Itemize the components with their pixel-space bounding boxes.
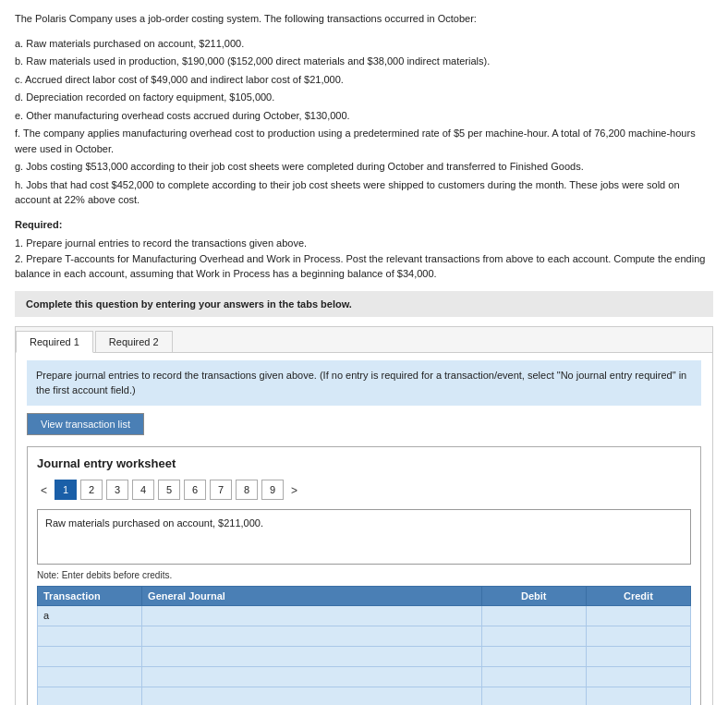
row3-transaction (38, 646, 142, 666)
table-row: a (38, 605, 691, 626)
row3-general-journal[interactable] (142, 646, 482, 666)
tabs-container: Required 1 Required 2 Prepare journal en… (15, 326, 713, 706)
chevron-left-icon: < (41, 484, 47, 497)
next-page-button[interactable]: > (287, 480, 301, 499)
required-section: Required: 1. Prepare journal entries to … (15, 217, 713, 282)
tab-required-1[interactable]: Required 1 (16, 331, 93, 353)
page-navigation: < 1 2 3 4 5 6 (37, 480, 691, 500)
transaction-c: c. Accrued direct labor cost of $49,000 … (15, 72, 713, 88)
view-transaction-button[interactable]: View transaction list (27, 413, 144, 435)
row1-transaction: a (38, 605, 142, 626)
row5-debit-input[interactable] (488, 691, 580, 702)
transaction-description: Raw materials purchased on account, $211… (37, 509, 691, 565)
table-row (38, 666, 691, 687)
row2-general-journal[interactable] (142, 626, 482, 646)
col-credit: Credit (586, 586, 690, 605)
row4-debit[interactable] (481, 666, 586, 687)
table-row (38, 626, 691, 646)
row3-credit-input[interactable] (592, 650, 685, 662)
intro-text: The Polaris Company uses a job-order cos… (15, 11, 713, 27)
table-header-row: Transaction General Journal Debit Credit (38, 586, 691, 605)
page-8-button[interactable]: 8 (236, 480, 258, 500)
worksheet-title: Journal entry worksheet (37, 456, 691, 470)
row2-credit-input[interactable] (592, 630, 685, 641)
page-9-button[interactable]: 9 (261, 480, 284, 500)
required-item-1: 1. Prepare journal entries to record the… (15, 236, 713, 251)
page-3-button[interactable]: 3 (106, 480, 128, 500)
prev-page-button[interactable]: < (37, 480, 51, 499)
tab-required-2[interactable]: Required 2 (95, 331, 173, 352)
row1-general-journal-input[interactable] (148, 610, 476, 621)
row4-general-journal[interactable] (142, 666, 482, 687)
transaction-g: g. Jobs costing $513,000 according to th… (15, 159, 713, 175)
row2-debit-input[interactable] (488, 630, 580, 641)
row3-general-journal-input[interactable] (148, 650, 476, 662)
row5-debit[interactable] (481, 687, 586, 705)
journal-worksheet: Journal entry worksheet < 1 2 3 4 (27, 446, 701, 706)
instruction-box: Prepare journal entries to record the tr… (27, 360, 701, 406)
row2-transaction (38, 626, 142, 646)
page-6-button[interactable]: 6 (184, 480, 206, 500)
col-debit: Debit (481, 586, 586, 605)
transaction-e: e. Other manufacturing overhead costs ac… (15, 108, 713, 124)
complete-box: Complete this question by entering your … (15, 291, 713, 317)
row2-debit[interactable] (481, 626, 586, 646)
row3-debit[interactable] (481, 646, 586, 666)
instruction-text: Prepare journal entries to record the tr… (36, 370, 686, 396)
col-transaction: Transaction (38, 586, 142, 605)
col-general-journal: General Journal (142, 586, 482, 605)
complete-box-text: Complete this question by entering your … (26, 298, 352, 310)
row4-general-journal-input[interactable] (148, 671, 476, 682)
row2-general-journal-input[interactable] (148, 630, 476, 641)
table-row (38, 687, 691, 705)
transaction-d: d. Depreciation recorded on factory equi… (15, 90, 713, 105)
transaction-f: f. The company applies manufacturing ove… (15, 126, 713, 156)
row4-credit-input[interactable] (592, 671, 685, 682)
row4-credit[interactable] (586, 666, 690, 687)
row4-transaction (38, 666, 142, 687)
row5-general-journal-input[interactable] (148, 691, 476, 702)
row5-transaction (38, 687, 142, 705)
row1-general-journal[interactable] (142, 605, 482, 626)
required-title: Required: (15, 217, 713, 233)
transaction-a: a. Raw materials purchased on account, $… (15, 36, 713, 52)
transaction-b: b. Raw materials used in production, $19… (15, 54, 713, 69)
row5-credit[interactable] (586, 687, 690, 705)
tabs-row: Required 1 Required 2 (16, 327, 712, 353)
row1-debit[interactable] (481, 605, 586, 626)
note-text: Note: Enter debits before credits. (37, 570, 691, 580)
row1-credit-input[interactable] (592, 610, 685, 621)
transaction-list: a. Raw materials purchased on account, $… (15, 36, 713, 208)
row1-credit[interactable] (586, 605, 690, 626)
row1-debit-input[interactable] (488, 610, 580, 621)
page-4-button[interactable]: 4 (132, 480, 154, 500)
problem-intro: The Polaris Company uses a job-order cos… (15, 11, 713, 27)
page-7-button[interactable]: 7 (210, 480, 232, 500)
page-2-button[interactable]: 2 (80, 480, 103, 500)
chevron-right-icon: > (291, 484, 297, 497)
table-row (38, 646, 691, 666)
row3-credit[interactable] (586, 646, 690, 666)
transaction-h: h. Jobs that had cost $452,000 to comple… (15, 177, 713, 208)
page-1-button[interactable]: 1 (55, 480, 77, 500)
journal-table: Transaction General Journal Debit Credit… (37, 586, 691, 706)
row5-credit-input[interactable] (592, 691, 685, 702)
row2-credit[interactable] (586, 626, 690, 646)
row4-debit-input[interactable] (488, 671, 580, 682)
tab-content: Prepare journal entries to record the tr… (16, 353, 712, 706)
row3-debit-input[interactable] (488, 650, 580, 662)
row5-general-journal[interactable] (142, 687, 482, 705)
required-item-2: 2. Prepare T-accounts for Manufacturing … (15, 251, 713, 282)
page-5-button[interactable]: 5 (158, 480, 180, 500)
